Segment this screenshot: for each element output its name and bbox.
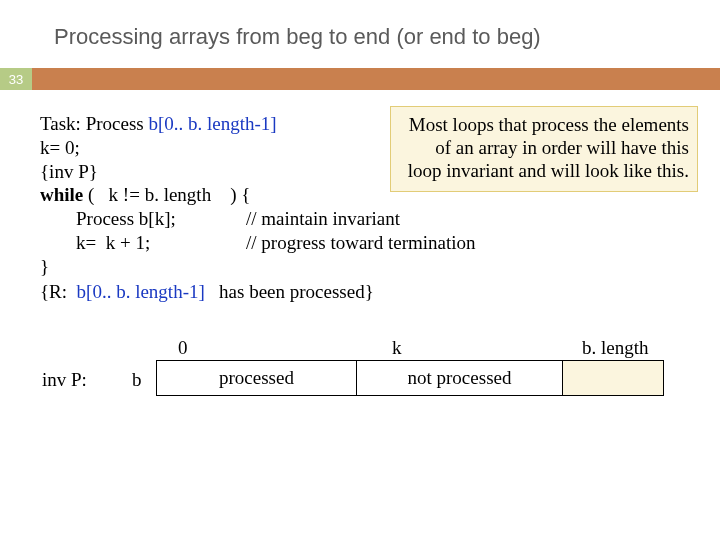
- code-postcondition: {R: b[0.. b. length-1] has been processe…: [40, 280, 698, 304]
- body2-stmt: k= k + 1;: [76, 231, 246, 255]
- diagram-label-k: k: [392, 336, 402, 360]
- slide-number-badge: 33: [0, 68, 32, 90]
- diagram-boxes: processed not processed: [156, 360, 664, 396]
- post-range: b[0.. b. length-1]: [77, 281, 205, 302]
- body1-comment: // maintain invariant: [246, 207, 400, 231]
- post-suffix: has been processed}: [205, 281, 374, 302]
- slide-number-bar: 33: [0, 68, 720, 90]
- code-body2-line: k= k + 1;// progress toward termination: [40, 231, 698, 255]
- code-close-brace: }: [40, 255, 698, 279]
- diagram-not-processed-box: not processed: [357, 361, 563, 395]
- body2-comment: // progress toward termination: [246, 231, 476, 255]
- diagram-label-blength: b. length: [582, 336, 649, 360]
- diagram-array-name: b: [132, 368, 142, 392]
- task-range: b[0.. b. length-1]: [148, 113, 276, 134]
- diagram-processed-box: processed: [157, 361, 357, 395]
- code-task-line: Task: Process b[0.. b. length-1]: [40, 112, 698, 136]
- post-prefix: {R:: [40, 281, 77, 302]
- slide-title: Processing arrays from beg to end (or en…: [0, 0, 720, 68]
- while-open: (: [83, 184, 108, 205]
- diagram-invp-label: inv P:: [42, 368, 87, 392]
- code-init-line: k= 0;: [40, 136, 698, 160]
- diagram-tail-box: [563, 361, 663, 395]
- code-inv-line: {inv P}: [40, 160, 698, 184]
- while-keyword: while: [40, 184, 83, 205]
- while-cond: k != b. length: [109, 184, 212, 205]
- diagram-axis-labels: 0 k b. length: [156, 336, 662, 360]
- code-block: Task: Process b[0.. b. length-1] k= 0; {…: [40, 112, 698, 304]
- diagram-label-0: 0: [178, 336, 188, 360]
- code-body1-line: Process b[k];// maintain invariant: [40, 207, 698, 231]
- slide-bar-fill: [32, 68, 720, 90]
- body1-stmt: Process b[k];: [76, 207, 246, 231]
- while-close: ) {: [211, 184, 250, 205]
- task-prefix: Task: Process: [40, 113, 148, 134]
- slide-content: Most loops that process the elements of …: [0, 90, 720, 436]
- array-diagram: 0 k b. length inv P: b processed not pro…: [40, 336, 698, 436]
- code-while-line: while ( k != b. length ) {: [40, 183, 698, 207]
